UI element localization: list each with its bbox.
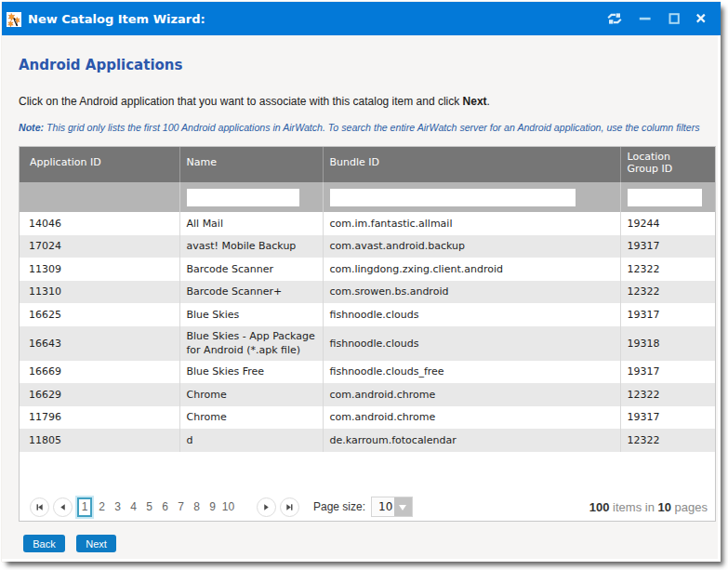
cell-bundle-id: fishnoodle.clouds <box>323 303 620 326</box>
bundle-id-filter-input[interactable] <box>330 189 576 206</box>
cell-application-id: 17024 <box>20 235 179 258</box>
table-row[interactable]: 11796Chromecom.android.chrome19317 <box>20 406 715 430</box>
titlebar: New Catalog Item Wizard: <box>2 2 721 35</box>
page-number-3[interactable]: 3 <box>110 500 126 513</box>
cell-bundle-id: com.avast.android.backup <box>323 235 620 258</box>
back-button[interactable]: Back <box>23 535 65 552</box>
cell-name: d <box>179 429 323 452</box>
cell-application-id: 16643 <box>20 326 179 361</box>
applications-table: Application ID Name Bundle ID Location G… <box>20 147 715 452</box>
filter-cell-application-id <box>20 182 179 212</box>
page-size-dropdown[interactable]: 10 <box>371 497 413 517</box>
cell-location-group-id: 12322 <box>620 281 715 304</box>
cell-bundle-id: com.android.chrome <box>323 406 620 430</box>
cell-name: Barcode Scanner <box>179 258 323 281</box>
table-row[interactable]: 11805dde.karroum.fotocalendar12322 <box>20 429 715 452</box>
first-page-button[interactable] <box>30 497 49 517</box>
cell-location-group-id: 12322 <box>620 258 715 281</box>
col-header-name[interactable]: Name <box>179 147 323 182</box>
page-number-9[interactable]: 9 <box>205 500 220 513</box>
maximize-icon[interactable] <box>666 10 682 27</box>
cell-application-id: 16625 <box>20 303 179 326</box>
page-size-label: Page size: <box>313 500 365 513</box>
instruction-text: Click on the Android application that yo… <box>19 95 490 108</box>
dialog-content: Android Applications Click on the Androi… <box>2 35 718 559</box>
next-page-button[interactable] <box>257 497 276 517</box>
cell-name: All Mail <box>179 212 323 235</box>
page-size-value: 10 <box>372 497 394 516</box>
table-row[interactable]: 11309Barcode Scannercom.lingdong.zxing.c… <box>20 258 715 281</box>
col-header-bundle-id[interactable]: Bundle ID <box>323 147 620 182</box>
cell-bundle-id: fishnoodle.clouds_free <box>323 361 620 384</box>
next-button[interactable]: Next <box>76 535 116 552</box>
cell-location-group-id: 19317 <box>620 361 715 384</box>
cell-name: Chrome <box>179 406 323 430</box>
last-page-button[interactable] <box>280 497 299 517</box>
applications-grid: Application ID Name Bundle ID Location G… <box>19 146 716 522</box>
cell-location-group-id: 19318 <box>620 326 715 361</box>
page-number-7[interactable]: 7 <box>173 500 189 513</box>
cell-location-group-id: 19317 <box>620 235 715 258</box>
page-title: Android Applications <box>19 57 182 73</box>
page-number-1[interactable]: 1 <box>77 497 92 517</box>
cell-bundle-id: fishnoodle.clouds <box>323 326 620 361</box>
cell-bundle-id: com.android.chrome <box>323 383 620 406</box>
pager: 12345678910 Page size: 10 100 items in 1… <box>20 493 715 521</box>
minimize-icon[interactable] <box>637 10 654 27</box>
dialog-window: New Catalog Item Wizard: Android Applica… <box>2 2 721 562</box>
cell-name: Barcode Scanner+ <box>179 281 323 304</box>
cell-application-id: 16669 <box>20 361 179 384</box>
cell-location-group-id: 12322 <box>620 383 715 406</box>
refresh-icon[interactable] <box>606 10 623 27</box>
location-group-id-filter-input[interactable] <box>628 189 702 206</box>
grid-empty-area <box>20 452 715 494</box>
page-number-8[interactable]: 8 <box>189 500 205 513</box>
filter-row <box>20 182 715 212</box>
table-row[interactable]: 16669Blue Skies Freefishnoodle.clouds_fr… <box>20 361 715 384</box>
cell-name: Blue Skies Free <box>179 361 323 384</box>
table-row[interactable]: 11310Barcode Scanner+com.srowen.bs.andro… <box>20 281 715 304</box>
col-header-application-id[interactable]: Application ID <box>20 147 179 182</box>
cell-name: Blue Skies - App Package for Android (*.… <box>179 326 323 361</box>
table-row[interactable]: 17024avast! Mobile Backupcom.avast.andro… <box>20 235 715 258</box>
cell-name: Chrome <box>179 383 323 406</box>
cell-name: Blue Skies <box>179 303 323 326</box>
table-row[interactable]: 14046All Mailcom.im.fantastic.allmail192… <box>20 212 715 235</box>
wizard-wand-icon <box>7 12 21 27</box>
cell-application-id: 14046 <box>20 212 179 235</box>
header-row: Application ID Name Bundle ID Location G… <box>20 147 715 182</box>
cell-location-group-id: 19317 <box>620 303 715 326</box>
cell-bundle-id: de.karroum.fotocalendar <box>323 429 620 452</box>
page-size-group: Page size: 10 <box>313 497 413 517</box>
note-text: Note: This grid only lists the first 100… <box>19 122 700 133</box>
page-number-4[interactable]: 4 <box>126 500 141 513</box>
page-numbers: 12345678910 <box>76 497 236 517</box>
name-filter-input[interactable] <box>187 189 299 206</box>
cell-location-group-id: 19244 <box>620 212 715 235</box>
cell-name: avast! Mobile Backup <box>179 235 323 258</box>
window-title: New Catalog Item Wizard: <box>28 12 205 26</box>
cell-bundle-id: com.srowen.bs.android <box>323 281 620 304</box>
cell-bundle-id: com.im.fantastic.allmail <box>323 212 620 235</box>
col-header-location-group-id[interactable]: Location Group ID <box>620 147 715 182</box>
table-row[interactable]: 16643Blue Skies - App Package for Androi… <box>20 326 715 361</box>
page-number-6[interactable]: 6 <box>157 500 173 513</box>
close-icon[interactable] <box>693 10 709 27</box>
table-row[interactable]: 16625Blue Skiesfishnoodle.clouds19317 <box>20 303 715 326</box>
cell-application-id: 11310 <box>20 281 179 304</box>
table-row[interactable]: 16629Chromecom.android.chrome12322 <box>20 383 715 406</box>
dropdown-arrow-icon[interactable] <box>394 497 412 516</box>
cell-application-id: 11796 <box>20 406 179 430</box>
cell-bundle-id: com.lingdong.zxing.client.android <box>323 258 620 281</box>
items-info: 100 items in 10 pages <box>589 500 708 514</box>
cell-location-group-id: 19317 <box>620 406 715 430</box>
page-number-2[interactable]: 2 <box>94 500 110 513</box>
page-number-5[interactable]: 5 <box>141 500 157 513</box>
prev-page-button[interactable] <box>53 497 73 517</box>
cell-application-id: 11805 <box>20 429 179 452</box>
cell-application-id: 11309 <box>20 258 179 281</box>
cell-application-id: 16629 <box>20 383 179 406</box>
cell-location-group-id: 12322 <box>620 429 715 452</box>
page-number-10[interactable]: 10 <box>220 500 236 513</box>
